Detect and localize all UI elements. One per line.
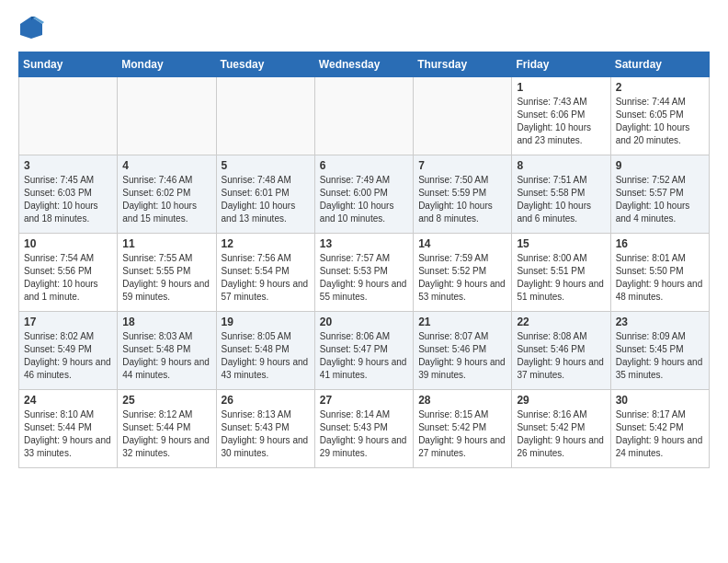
day-info: Sunrise: 7:49 AMSunset: 6:00 PMDaylight:…: [320, 174, 408, 225]
weekday-wednesday: Wednesday: [314, 52, 413, 77]
week-row-2: 3Sunrise: 7:45 AMSunset: 6:03 PMDaylight…: [19, 155, 710, 234]
calendar: SundayMondayTuesdayWednesdayThursdayFrid…: [18, 52, 710, 468]
day-number: 26: [222, 394, 310, 407]
weekday-thursday: Thursday: [414, 52, 512, 77]
day-cell: 7Sunrise: 7:50 AMSunset: 5:59 PMDaylight…: [414, 155, 512, 234]
header: [18, 15, 710, 40]
day-info: Sunrise: 8:10 AMSunset: 5:44 PMDaylight:…: [24, 408, 112, 460]
day-info: Sunrise: 8:09 AMSunset: 5:45 PMDaylight:…: [616, 330, 704, 382]
day-cell: 2Sunrise: 7:44 AMSunset: 6:05 PMDaylight…: [610, 77, 709, 155]
day-info: Sunrise: 7:50 AMSunset: 5:59 PMDaylight:…: [418, 174, 506, 225]
day-info: Sunrise: 8:03 AMSunset: 5:48 PMDaylight:…: [122, 330, 210, 382]
day-info: Sunrise: 7:52 AMSunset: 5:57 PMDaylight:…: [616, 174, 704, 225]
day-cell: 16Sunrise: 8:01 AMSunset: 5:50 PMDayligh…: [610, 234, 709, 312]
day-number: 14: [418, 237, 506, 250]
day-cell: 17Sunrise: 8:02 AMSunset: 5:49 PMDayligh…: [19, 312, 118, 390]
day-cell: 28Sunrise: 8:15 AMSunset: 5:42 PMDayligh…: [414, 390, 512, 468]
logo: [18, 15, 48, 40]
day-info: Sunrise: 8:01 AMSunset: 5:50 PMDaylight:…: [616, 252, 704, 304]
day-info: Sunrise: 7:46 AMSunset: 6:02 PMDaylight:…: [122, 174, 210, 225]
day-cell: 25Sunrise: 8:12 AMSunset: 5:44 PMDayligh…: [118, 390, 216, 468]
day-number: 16: [616, 237, 704, 250]
day-number: 5: [222, 159, 310, 172]
day-number: 25: [122, 394, 210, 407]
day-info: Sunrise: 8:02 AMSunset: 5:49 PMDaylight:…: [24, 330, 112, 382]
day-cell: [19, 77, 118, 155]
day-cell: 4Sunrise: 7:46 AMSunset: 6:02 PMDaylight…: [118, 155, 216, 234]
day-info: Sunrise: 7:45 AMSunset: 6:03 PMDaylight:…: [24, 174, 112, 225]
day-info: Sunrise: 7:43 AMSunset: 6:06 PMDaylight:…: [517, 96, 605, 147]
weekday-tuesday: Tuesday: [216, 52, 314, 77]
day-cell: 30Sunrise: 8:17 AMSunset: 5:42 PMDayligh…: [610, 390, 709, 468]
day-cell: 11Sunrise: 7:55 AMSunset: 5:55 PMDayligh…: [118, 234, 216, 312]
day-info: Sunrise: 8:07 AMSunset: 5:46 PMDaylight:…: [418, 330, 506, 382]
day-number: 9: [616, 159, 704, 172]
day-info: Sunrise: 8:16 AMSunset: 5:42 PMDaylight:…: [517, 408, 605, 460]
day-cell: 12Sunrise: 7:56 AMSunset: 5:54 PMDayligh…: [216, 234, 314, 312]
day-number: 10: [24, 237, 112, 250]
day-number: 2: [616, 81, 704, 94]
day-info: Sunrise: 7:48 AMSunset: 6:01 PMDaylight:…: [222, 174, 310, 225]
day-cell: 5Sunrise: 7:48 AMSunset: 6:01 PMDaylight…: [216, 155, 314, 234]
day-number: 20: [320, 316, 408, 328]
day-info: Sunrise: 7:51 AMSunset: 5:58 PMDaylight:…: [517, 174, 605, 225]
day-number: 11: [122, 237, 210, 250]
day-number: 24: [24, 394, 112, 407]
day-number: 18: [122, 316, 210, 328]
weekday-header-row: SundayMondayTuesdayWednesdayThursdayFrid…: [19, 52, 710, 77]
day-number: 13: [320, 237, 408, 250]
day-number: 22: [517, 316, 605, 328]
day-number: 4: [122, 159, 210, 172]
day-cell: [118, 77, 216, 155]
day-cell: 24Sunrise: 8:10 AMSunset: 5:44 PMDayligh…: [19, 390, 118, 468]
day-number: 3: [24, 159, 112, 172]
week-row-3: 10Sunrise: 7:54 AMSunset: 5:56 PMDayligh…: [19, 234, 710, 312]
week-row-1: 1Sunrise: 7:43 AMSunset: 6:06 PMDaylight…: [19, 77, 710, 155]
day-number: 7: [418, 159, 506, 172]
day-cell: 10Sunrise: 7:54 AMSunset: 5:56 PMDayligh…: [19, 234, 118, 312]
day-cell: [314, 77, 413, 155]
day-cell: 13Sunrise: 7:57 AMSunset: 5:53 PMDayligh…: [314, 234, 413, 312]
day-cell: 15Sunrise: 8:00 AMSunset: 5:51 PMDayligh…: [512, 234, 610, 312]
day-cell: 8Sunrise: 7:51 AMSunset: 5:58 PMDaylight…: [512, 155, 610, 234]
day-number: 1: [517, 81, 605, 94]
day-number: 27: [320, 394, 408, 407]
day-cell: 27Sunrise: 8:14 AMSunset: 5:43 PMDayligh…: [314, 390, 413, 468]
day-number: 19: [222, 316, 310, 328]
weekday-monday: Monday: [118, 52, 216, 77]
day-info: Sunrise: 8:00 AMSunset: 5:51 PMDaylight:…: [517, 252, 605, 304]
day-info: Sunrise: 8:12 AMSunset: 5:44 PMDaylight:…: [122, 408, 210, 460]
day-info: Sunrise: 8:17 AMSunset: 5:42 PMDaylight:…: [616, 408, 704, 460]
weekday-saturday: Saturday: [610, 52, 709, 77]
day-cell: 23Sunrise: 8:09 AMSunset: 5:45 PMDayligh…: [610, 312, 709, 390]
day-cell: 6Sunrise: 7:49 AMSunset: 6:00 PMDaylight…: [314, 155, 413, 234]
day-info: Sunrise: 7:44 AMSunset: 6:05 PMDaylight:…: [616, 96, 704, 147]
day-number: 8: [517, 159, 605, 172]
day-cell: 1Sunrise: 7:43 AMSunset: 6:06 PMDaylight…: [512, 77, 610, 155]
day-info: Sunrise: 7:55 AMSunset: 5:55 PMDaylight:…: [122, 252, 210, 304]
day-cell: 29Sunrise: 8:16 AMSunset: 5:42 PMDayligh…: [512, 390, 610, 468]
day-cell: [414, 77, 512, 155]
day-info: Sunrise: 8:05 AMSunset: 5:48 PMDaylight:…: [222, 330, 310, 382]
day-info: Sunrise: 8:08 AMSunset: 5:46 PMDaylight:…: [517, 330, 605, 382]
day-cell: 26Sunrise: 8:13 AMSunset: 5:43 PMDayligh…: [216, 390, 314, 468]
day-cell: 22Sunrise: 8:08 AMSunset: 5:46 PMDayligh…: [512, 312, 610, 390]
page: SundayMondayTuesdayWednesdayThursdayFrid…: [0, 0, 728, 487]
logo-icon: [18, 15, 44, 40]
day-info: Sunrise: 8:06 AMSunset: 5:47 PMDaylight:…: [320, 330, 408, 382]
day-number: 17: [24, 316, 112, 328]
week-row-5: 24Sunrise: 8:10 AMSunset: 5:44 PMDayligh…: [19, 390, 710, 468]
day-number: 30: [616, 394, 704, 407]
day-number: 15: [517, 237, 605, 250]
day-cell: 3Sunrise: 7:45 AMSunset: 6:03 PMDaylight…: [19, 155, 118, 234]
day-info: Sunrise: 7:54 AMSunset: 5:56 PMDaylight:…: [24, 252, 112, 304]
day-cell: 14Sunrise: 7:59 AMSunset: 5:52 PMDayligh…: [414, 234, 512, 312]
day-cell: 19Sunrise: 8:05 AMSunset: 5:48 PMDayligh…: [216, 312, 314, 390]
day-number: 29: [517, 394, 605, 407]
weekday-friday: Friday: [512, 52, 610, 77]
day-cell: 9Sunrise: 7:52 AMSunset: 5:57 PMDaylight…: [610, 155, 709, 234]
day-number: 6: [320, 159, 408, 172]
weekday-sunday: Sunday: [19, 52, 118, 77]
day-info: Sunrise: 7:57 AMSunset: 5:53 PMDaylight:…: [320, 252, 408, 304]
day-number: 23: [616, 316, 704, 328]
